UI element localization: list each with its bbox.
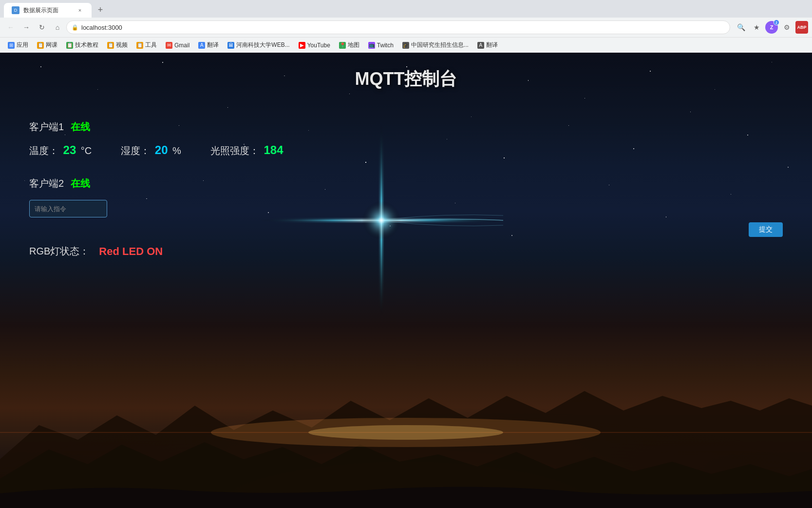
active-tab[interactable]: D 数据展示页面 ×	[4, 3, 92, 18]
nav-right-icons: 🔍 ★ Z 2 ⚙ ABP	[734, 20, 808, 34]
url-text: localhost:3000	[81, 24, 122, 31]
home-icon: ⌂	[56, 23, 59, 31]
avatar-text: Z	[770, 24, 774, 30]
light-value: 184	[264, 143, 283, 156]
forward-icon: →	[23, 23, 30, 31]
bookmark-icon-henan: 🏛	[227, 42, 234, 49]
temp-label: 温度：	[29, 145, 58, 156]
tab-title: 数据展示页面	[23, 6, 58, 15]
bookmark-label-translate2: 翻译	[486, 41, 498, 49]
refresh-icon: ↻	[39, 23, 45, 31]
bookmark-label-translate1: 翻译	[207, 41, 219, 49]
address-bar[interactable]: 🔒 localhost:3000	[66, 20, 730, 34]
app-overlay: MQTT控制台 客户端1 在线 温度： 23 °C 湿度：	[0, 53, 812, 508]
bookmark-star-button[interactable]: ★	[750, 20, 763, 34]
bookmark-item-graduate[interactable]: 🎓中国研究生招生信息...	[398, 39, 472, 51]
bookmark-label-gmail: Gmail	[174, 42, 189, 49]
bookmark-label-tech: 技术教程	[75, 41, 98, 49]
bookmark-icon-video: 📋	[107, 42, 114, 49]
search-button[interactable]: 🔍	[734, 20, 748, 34]
submit-button[interactable]: 提交	[749, 222, 783, 237]
forward-button[interactable]: →	[19, 20, 33, 34]
bookmark-icon-netclass: 📋	[37, 42, 44, 49]
temp-group: 温度： 23 °C	[29, 143, 92, 157]
hum-label: 湿度：	[121, 145, 150, 156]
client1-header: 客户端1 在线	[29, 120, 783, 134]
bookmark-label-map: 地图	[348, 41, 359, 49]
command-input[interactable]	[29, 200, 107, 217]
client1-label: 客户端1	[29, 121, 64, 132]
bookmark-item-apps[interactable]: ⊞应用	[4, 39, 32, 51]
client1-section: 客户端1 在线 温度： 23 °C 湿度： 20 %	[29, 120, 783, 157]
user-avatar[interactable]: Z 2	[765, 21, 778, 34]
bookmark-item-translate1[interactable]: A翻译	[194, 39, 223, 51]
content-area: MQTT控制台 客户端1 在线 温度： 23 °C 湿度：	[0, 53, 812, 508]
client2-header: 客户端2 在线	[29, 177, 783, 190]
bookmark-label-apps: 应用	[17, 41, 28, 49]
hum-group: 湿度： 20 %	[121, 143, 181, 157]
bookmark-icon-apps: ⊞	[8, 42, 15, 49]
bookmark-icon-gmail: ✉	[166, 42, 172, 49]
bookmark-icon-map: 📍	[339, 42, 346, 49]
bookmark-label-graduate: 中国研究生招生信息...	[411, 41, 469, 49]
light-label: 光照强度：	[210, 145, 259, 156]
bookmark-icon-tools: 📋	[136, 42, 143, 49]
page-title: MQTT控制台	[29, 67, 783, 91]
sensor-row: 温度： 23 °C 湿度： 20 % 光照强度： 184	[29, 143, 783, 157]
command-area: 提交	[29, 200, 783, 237]
bookmark-icon-youtube: ▶	[299, 42, 305, 49]
rgb-value: Red LED ON	[99, 245, 163, 258]
bookmark-item-netclass[interactable]: 📋网课	[33, 39, 61, 51]
bookmark-icon-twitch: 📺	[368, 42, 375, 49]
bookmark-item-henan[interactable]: 🏛河南科技大学WEB...	[224, 39, 293, 51]
bookmark-label-youtube: YouTube	[307, 42, 330, 49]
bookmark-item-translate2[interactable]: A翻译	[473, 39, 502, 51]
adblock-button[interactable]: ABP	[795, 21, 808, 34]
bookmark-icon-graduate: 🎓	[402, 42, 409, 49]
star-icon: ★	[754, 23, 760, 31]
rgb-row: RGB灯状态： Red LED ON	[29, 245, 783, 258]
temp-value: 23	[63, 143, 76, 156]
client2-label: 客户端2	[29, 178, 64, 189]
light-group: 光照强度： 184	[210, 143, 285, 157]
home-button[interactable]: ⌂	[51, 20, 64, 34]
bookmark-item-tools[interactable]: 📋工具	[132, 39, 161, 51]
bookmark-icon-translate2: A	[477, 42, 484, 49]
bookmark-item-twitch[interactable]: 📺Twitch	[364, 39, 397, 51]
new-tab-button[interactable]: +	[94, 3, 107, 17]
bookmark-label-henan: 河南科技大学WEB...	[236, 41, 289, 49]
bookmark-label-netclass: 网课	[46, 41, 57, 49]
client2-status: 在线	[71, 178, 90, 189]
bookmark-icon-translate1: A	[198, 42, 205, 49]
bookmarks-bar: ⊞应用📋网课📋技术教程📋视频📋工具✉GmailA翻译🏛河南科技大学WEB...▶…	[0, 37, 812, 53]
bookmark-item-map[interactable]: 📍地图	[335, 39, 363, 51]
bookmark-item-gmail[interactable]: ✉Gmail	[162, 39, 193, 51]
tab-bar: D 数据展示页面 × +	[0, 0, 812, 18]
hum-unit: %	[172, 145, 181, 156]
nav-bar: ← → ↻ ⌂ 🔒 localhost:3000 🔍 ★ Z 2	[0, 18, 812, 37]
tab-favicon: D	[12, 6, 19, 14]
bookmark-icon-tech: 📋	[66, 42, 73, 49]
search-icon: 🔍	[737, 23, 745, 31]
lock-icon: 🔒	[72, 24, 78, 31]
client2-section: 客户端2 在线 提交 RGB灯状态： Red LED ON	[29, 177, 783, 258]
extensions-button[interactable]: ⚙	[780, 20, 793, 34]
temp-unit: °C	[81, 145, 92, 156]
hum-value: 20	[155, 143, 168, 156]
bookmark-item-youtube[interactable]: ▶YouTube	[295, 39, 334, 51]
browser-frame: D 数据展示页面 × + ← → ↻ ⌂ 🔒 localhost:3000 🔍	[0, 0, 812, 508]
bookmark-label-tools: 工具	[145, 41, 157, 49]
abp-label: ABP	[797, 25, 806, 30]
bookmark-label-twitch: Twitch	[377, 42, 394, 49]
puzzle-icon: ⚙	[784, 23, 790, 31]
bookmark-item-video[interactable]: 📋视频	[103, 39, 132, 51]
tab-close-button[interactable]: ×	[76, 6, 84, 14]
bookmark-item-tech[interactable]: 📋技术教程	[62, 39, 102, 51]
refresh-button[interactable]: ↻	[35, 20, 49, 34]
rgb-label: RGB灯状态：	[29, 245, 89, 258]
back-button[interactable]: ←	[4, 20, 18, 34]
client1-status: 在线	[71, 121, 90, 132]
back-icon: ←	[7, 23, 14, 31]
avatar-badge: 2	[774, 20, 779, 25]
bookmark-label-video: 视频	[116, 41, 128, 49]
